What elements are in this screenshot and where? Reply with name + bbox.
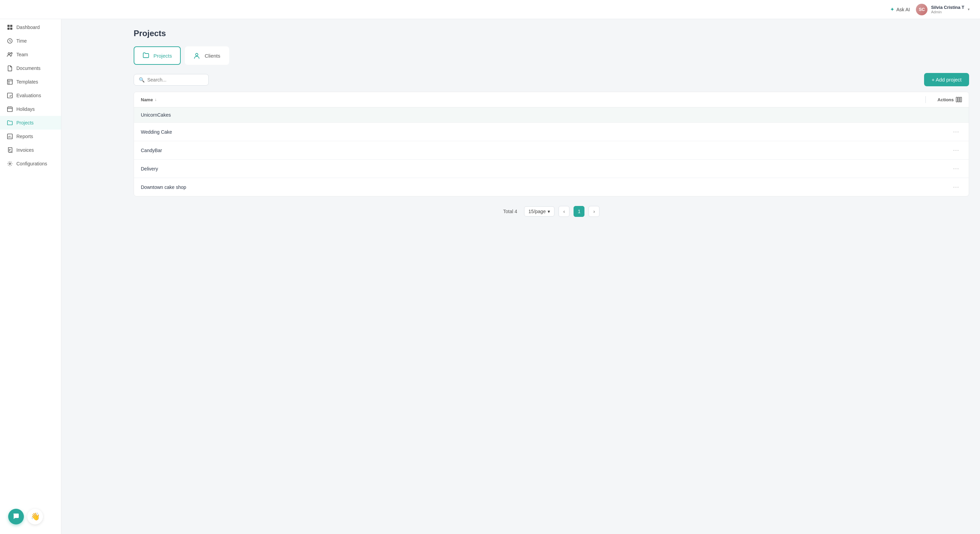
dashboard-icon [7,24,13,30]
sidebar-item-time[interactable]: Time [0,34,61,48]
project-name: CandyBar [141,148,928,153]
page-1-button[interactable]: 1 [574,206,584,217]
table-row: CandyBar ··· [134,141,969,160]
prev-page-button[interactable]: ‹ [558,206,570,217]
user-details: Silvia Cristina T Admin [931,5,964,14]
template-icon [7,79,13,85]
tab-clients[interactable]: Clients [185,46,229,65]
row-actions[interactable]: ··· [928,127,962,136]
user-menu[interactable]: SC Silvia Cristina T Admin ▾ [916,4,970,15]
page-title: Projects [134,29,969,38]
user-role: Admin [931,10,964,14]
sidebar-item-documents[interactable]: Documents [0,61,61,75]
svg-point-11 [9,163,11,165]
sidebar-item-label: Documents [16,65,41,71]
sidebar-item-evaluations[interactable]: Evaluations [0,89,61,102]
ask-ai-label: Ask AI [896,7,910,12]
chevron-down-icon: ▾ [547,209,550,214]
sidebar-item-label: Holidays [16,106,35,112]
search-box[interactable]: 🔍 [134,74,209,86]
per-page-select[interactable]: 15/page ▾ [524,206,555,216]
ask-ai-icon: ✦ [890,6,894,13]
sort-icon: ↓ [154,97,156,102]
row-more-button[interactable]: ··· [950,127,962,136]
row-actions[interactable]: ··· [928,164,962,173]
project-name: UnicornCakes [141,112,928,118]
pagination: Total 4 15/page ▾ ‹ 1 › [134,206,969,217]
sidebar-item-reports[interactable]: Reports [0,130,61,143]
sidebar-item-templates[interactable]: Templates [0,75,61,89]
sidebar-nav: Dashboard Time Team Documents Templates … [0,21,61,170]
document-icon [7,65,13,71]
svg-point-5 [8,53,10,54]
row-actions[interactable]: ··· [928,146,962,154]
table-row: UnicornCakes [134,107,969,123]
user-name: Silvia Cristina T [931,5,964,10]
sidebar-item-label: Team [16,52,28,57]
sidebar-item-team[interactable]: Team [0,48,61,61]
name-column-header[interactable]: Name ↓ [141,97,923,102]
chat-bubble-button[interactable] [8,509,24,524]
calendar-icon [7,106,13,112]
table-header: Name ↓ Actions [134,92,969,107]
svg-rect-3 [10,28,12,30]
clock-icon [7,38,13,44]
sidebar-item-invoices[interactable]: Invoices [0,143,61,157]
sidebar-item-label: Invoices [16,147,34,153]
search-icon: 🔍 [139,77,145,83]
svg-rect-2 [8,28,10,30]
add-project-button[interactable]: + Add project [924,73,969,86]
toolbar: 🔍 + Add project [134,73,969,86]
invoice-icon [7,147,13,153]
svg-rect-0 [8,25,10,27]
sidebar-item-label: Projects [16,120,34,126]
row-more-button[interactable]: ··· [950,146,962,154]
projects-icon [7,120,13,126]
wave-emoji: 👋 [31,512,40,521]
row-more-button[interactable]: ··· [950,164,962,173]
page-tabs: Projects Clients [134,46,969,65]
sidebar-item-label: Evaluations [16,93,41,98]
chat-icon [12,513,20,520]
next-page-button[interactable]: › [589,206,600,217]
sidebar-item-label: Reports [16,134,33,139]
project-name: Downtown cake shop [141,184,928,190]
settings-icon [7,161,13,167]
tab-projects[interactable]: Projects [134,46,181,65]
projects-table: Name ↓ Actions UnicornCakes Wedding Cake [134,92,969,196]
chevron-down-icon: ▾ [968,7,970,11]
row-actions[interactable]: ··· [928,183,962,191]
svg-rect-9 [8,107,12,112]
svg-rect-13 [956,97,958,102]
svg-point-12 [196,54,198,56]
svg-rect-15 [960,97,962,102]
team-icon [7,51,13,58]
tab-projects-label: Projects [153,53,172,59]
sidebar-item-dashboard[interactable]: Dashboard [0,21,61,34]
sidebar-item-holidays[interactable]: Holidays [0,102,61,116]
svg-rect-8 [8,93,12,98]
columns-icon[interactable] [956,97,962,102]
table-row: Delivery ··· [134,160,969,178]
topbar: ✦ Ask AI SC Silvia Cristina T Admin ▾ [0,0,980,19]
sidebar: GROEE ‹ Dashboard Time Team Documents Te… [0,0,61,534]
clients-tab-icon [194,52,201,59]
evaluation-icon [7,92,13,99]
svg-point-6 [11,52,12,54]
ask-ai-button[interactable]: ✦ Ask AI [890,6,910,13]
projects-tab-icon [143,52,150,59]
svg-rect-14 [958,97,959,102]
table-row: Wedding Cake ··· [134,123,969,141]
row-more-button[interactable]: ··· [950,183,962,191]
sidebar-item-label: Dashboard [16,25,40,30]
main-content: Projects Projects Clients 🔍 + Add projec… [123,19,980,534]
actions-column-header: Actions [928,97,962,102]
sidebar-item-configurations[interactable]: Configurations [0,157,61,170]
wave-emoji-button[interactable]: 👋 [27,509,43,524]
svg-rect-7 [8,79,12,84]
table-row: Downtown cake shop ··· [134,178,969,196]
search-input[interactable] [147,77,204,83]
avatar: SC [916,4,928,15]
tab-clients-label: Clients [205,53,220,59]
sidebar-item-projects[interactable]: Projects [0,116,61,130]
